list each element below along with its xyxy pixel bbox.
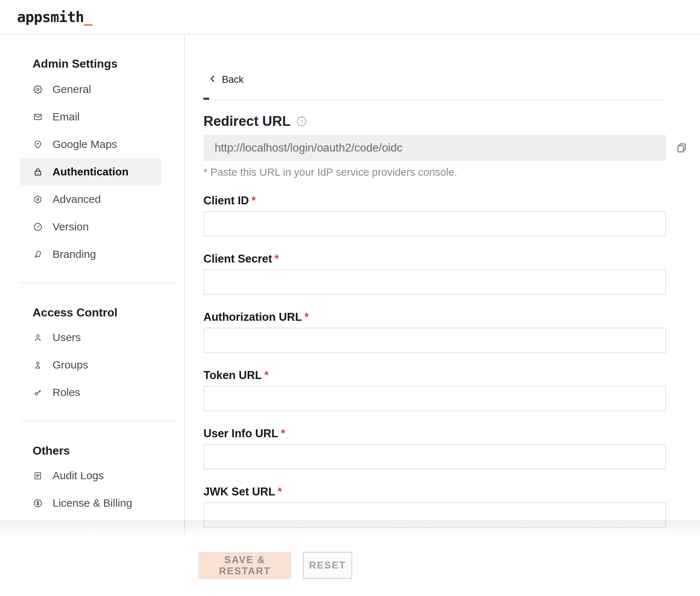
- sidebar-item-label: Google Maps: [52, 138, 117, 150]
- sidebar-item-users[interactable]: Users: [20, 324, 162, 351]
- authorization-url-input[interactable]: [203, 328, 666, 353]
- redirect-url-value: http://localhost/login/oauth2/code/oidc: [215, 141, 402, 154]
- sidebar-item-label: Authentication: [52, 166, 128, 178]
- sidebar-section-title: Access Control: [33, 306, 184, 319]
- save-restart-button[interactable]: SAVE & RESTART: [198, 552, 291, 579]
- sidebar-item-groups[interactable]: Groups: [20, 351, 162, 379]
- help-icon[interactable]: ?: [297, 116, 307, 126]
- back-button[interactable]: Back: [208, 73, 244, 86]
- user-icon: [33, 333, 42, 342]
- required-asterisk: *: [252, 194, 256, 207]
- mail-icon: [33, 112, 42, 122]
- sidebar-item-label: Advanced: [52, 193, 101, 205]
- reset-button[interactable]: RESET: [303, 552, 352, 579]
- key-icon: [33, 388, 42, 397]
- field-group-user-info-url: User Info URL*: [203, 427, 666, 469]
- redirect-url-field: http://localhost/login/oauth2/code/oidc: [203, 135, 666, 161]
- client-id-label: Client ID*: [203, 194, 666, 207]
- sidebar-item-branding[interactable]: Branding: [20, 240, 162, 268]
- lock-icon: [33, 167, 42, 176]
- sidebar-item-label: Groups: [52, 359, 88, 371]
- sidebar-item-authentication[interactable]: Authentication: [20, 158, 162, 186]
- user-info-url-input[interactable]: [203, 444, 666, 469]
- sidebar-item-version[interactable]: Version: [20, 213, 162, 240]
- settings-content: Back Redirect URL ? http://localhost/log…: [185, 35, 700, 535]
- token-url-input[interactable]: [203, 386, 666, 411]
- sidebar-item-audit-logs[interactable]: Audit Logs: [20, 462, 162, 489]
- sidebar-item-label: Audit Logs: [52, 469, 104, 482]
- admin-settings-page: appsmith_ Admin SettingsGeneralEmailGoog…: [0, 0, 700, 596]
- help-glyph: ?: [300, 118, 303, 124]
- client-secret-label: Client Secret*: [203, 252, 666, 265]
- required-asterisk: *: [281, 427, 285, 440]
- sidebar-divider: [20, 282, 177, 283]
- sidebar-section-title: Admin Settings: [33, 58, 184, 70]
- logo-cursor-mark: _: [84, 9, 92, 25]
- sidebar-item-email[interactable]: Email: [20, 103, 162, 131]
- hexagon-icon: [33, 195, 42, 204]
- sidebar-item-roles[interactable]: Roles: [20, 379, 162, 406]
- gear-icon: [33, 85, 42, 94]
- map-pin-icon: [33, 140, 42, 149]
- authorization-url-label: Authorization URL*: [203, 311, 666, 324]
- sidebar-section-title: Others: [33, 444, 184, 457]
- page-title: Redirect URL: [203, 113, 291, 129]
- bottom-bar: SAVE & RESTART RESET: [0, 520, 700, 596]
- field-group-client-id: Client ID*: [203, 194, 666, 237]
- oidc-form: Client ID*Client Secret*Authorization UR…: [203, 194, 666, 528]
- sidebar-item-general[interactable]: General: [20, 76, 162, 103]
- users-icon: [33, 361, 42, 370]
- sidebar-item-label: General: [52, 83, 91, 95]
- settings-sidebar: Admin SettingsGeneralEmailGoogle MapsAut…: [0, 35, 185, 535]
- content-divider: [203, 99, 666, 100]
- required-asterisk: *: [278, 485, 282, 498]
- copy-icon: [676, 149, 687, 154]
- back-label: Back: [222, 74, 244, 85]
- chevron-left-icon: [208, 74, 217, 85]
- required-asterisk: *: [264, 369, 269, 382]
- top-header: appsmith_: [0, 0, 700, 34]
- token-url-label: Token URL*: [203, 369, 666, 382]
- sidebar-section-items: GeneralEmailGoogle MapsAuthenticationAdv…: [0, 76, 184, 268]
- logo-text: appsmith: [17, 9, 84, 25]
- field-group-token-url: Token URL*: [203, 369, 666, 411]
- client-id-input[interactable]: [203, 211, 666, 237]
- field-group-client-secret: Client Secret*: [203, 252, 666, 295]
- copy-url-button[interactable]: [676, 142, 687, 153]
- main-layout: Admin SettingsGeneralEmailGoogle MapsAut…: [0, 35, 700, 535]
- sidebar-section-items: Audit LogsLicense & Billing: [0, 462, 184, 517]
- sidebar-section-items: UsersGroupsRoles: [0, 324, 184, 406]
- sidebar-divider: [20, 421, 177, 421]
- sidebar-item-label: Users: [52, 331, 81, 344]
- field-group-authorization-url: Authorization URL*: [203, 311, 666, 353]
- user-info-url-label: User Info URL*: [203, 427, 666, 440]
- sidebar-item-advanced[interactable]: Advanced: [20, 186, 162, 213]
- bottom-bar-shadow: [0, 520, 700, 535]
- file-text-icon: [33, 471, 42, 480]
- sidebar-item-label: License & Billing: [52, 497, 132, 509]
- dollar-icon: [33, 499, 42, 508]
- client-secret-input[interactable]: [203, 269, 666, 295]
- sidebar-item-google-maps[interactable]: Google Maps: [20, 131, 162, 158]
- appsmith-logo[interactable]: appsmith_: [17, 9, 92, 25]
- required-asterisk: *: [304, 311, 309, 323]
- sidebar-item-label: Version: [52, 221, 89, 233]
- sidebar-item-license-billing[interactable]: License & Billing: [20, 489, 162, 517]
- sidebar-item-label: Roles: [52, 386, 80, 399]
- jwk-set-url-label: JWK Set URL*: [203, 485, 666, 498]
- divider-dash: [203, 98, 209, 100]
- flag-icon: [33, 250, 42, 259]
- clock-icon: [33, 222, 42, 231]
- redirect-url-hint: * Paste this URL in your IdP service pro…: [203, 166, 666, 178]
- sidebar-item-label: Branding: [52, 248, 96, 260]
- required-asterisk: *: [275, 252, 279, 265]
- sidebar-item-label: Email: [52, 111, 80, 123]
